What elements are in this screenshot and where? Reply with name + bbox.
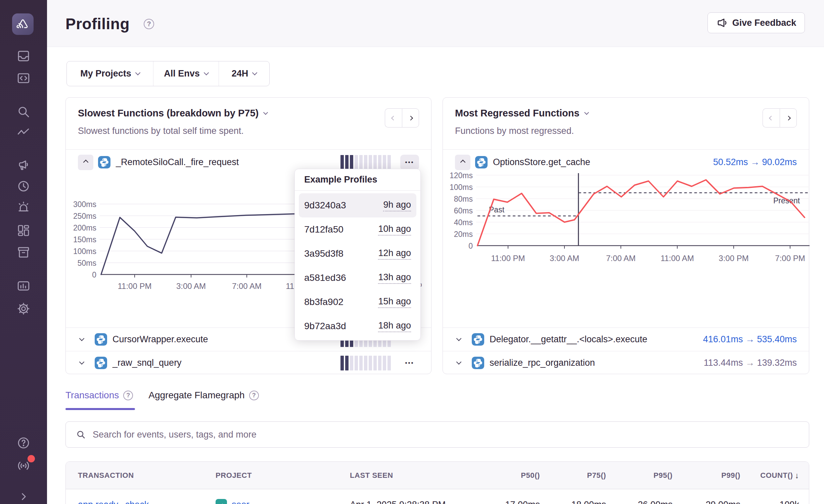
p50-cell: 17.00ms <box>474 500 540 504</box>
help-icon[interactable] <box>16 436 31 450</box>
issues-icon[interactable] <box>16 49 31 63</box>
profile-item[interactable]: 9b72aa3d18h ago <box>299 314 416 338</box>
sort-desc-icon: ↓ <box>795 471 799 480</box>
profiling-help-icon[interactable]: ? <box>144 19 154 29</box>
user-feedback-icon[interactable] <box>16 158 31 172</box>
date-range-filter[interactable]: 24H <box>219 61 269 86</box>
tab-transactions[interactable]: Transactions? <box>65 390 133 401</box>
dropdown-title: Example Profiles <box>295 169 420 191</box>
p95-cell: 26.00ms <box>606 500 673 504</box>
python-icon <box>95 357 107 369</box>
svg-text:7:00 AM: 7:00 AM <box>232 282 262 291</box>
chevron-left-icon <box>391 115 396 120</box>
environment-filter[interactable]: All Envs <box>153 61 219 86</box>
svg-text:3:00 AM: 3:00 AM <box>176 282 206 291</box>
explore-icon[interactable] <box>16 71 31 85</box>
search-bar[interactable]: Search for events, users, tags, and more <box>65 421 809 448</box>
svg-text:300ms: 300ms <box>73 200 96 209</box>
give-feedback-button[interactable]: Give Feedback <box>707 12 805 33</box>
collapse-row-button[interactable] <box>455 155 470 170</box>
expand-row-button[interactable] <box>455 338 470 341</box>
settings-icon[interactable] <box>16 302 31 316</box>
search-placeholder: Search for events, users, tags, and more <box>93 430 257 440</box>
project-filter[interactable]: My Projects <box>67 61 153 86</box>
regression-values[interactable]: 416.01ms → 535.40ms <box>703 334 797 345</box>
table-header: TRANSACTION PROJECT LAST SEEN P50() P75(… <box>66 462 809 489</box>
svg-text:100ms: 100ms <box>450 183 473 192</box>
help-icon[interactable]: ? <box>249 391 259 400</box>
p75-cell: 18.00ms <box>540 500 606 504</box>
search-icon[interactable] <box>16 105 31 119</box>
transaction-link[interactable]: app.ready._check <box>78 500 216 504</box>
col-transaction[interactable]: TRANSACTION <box>78 471 216 480</box>
sentry-logo[interactable] <box>12 13 34 35</box>
prev-page-button[interactable] <box>385 108 402 128</box>
tab-aggregate-flamegraph[interactable]: Aggregate Flamegraph? <box>148 390 259 401</box>
svg-text:11:00 AM: 11:00 AM <box>660 254 694 263</box>
collapse-row-button[interactable] <box>78 155 93 170</box>
page-title: Profiling <box>65 15 130 33</box>
prev-page-button[interactable] <box>763 108 780 128</box>
svg-text:40ms: 40ms <box>454 218 473 227</box>
traces-icon[interactable] <box>16 125 31 140</box>
svg-text:Present: Present <box>773 196 800 205</box>
profile-item[interactable]: 7d12fa5010h ago <box>299 217 416 242</box>
most-regressed-title[interactable]: Most Regressed Functions <box>455 108 588 119</box>
stats-icon[interactable] <box>16 279 31 293</box>
col-p95[interactable]: P95() <box>606 471 673 480</box>
chevron-up-icon <box>83 160 88 165</box>
profile-item[interactable]: a581ed3613h ago <box>299 266 416 290</box>
dashboards-icon[interactable] <box>16 223 31 238</box>
expand-row-button[interactable] <box>78 338 93 341</box>
alerts-icon[interactable] <box>16 200 31 214</box>
next-page-button[interactable] <box>780 108 797 128</box>
panel-header: Most Regressed Functions Functions by mo… <box>443 98 809 150</box>
svg-text:3:00 PM: 3:00 PM <box>719 254 748 263</box>
col-last-seen[interactable]: LAST SEEN <box>350 471 474 480</box>
expand-row-button[interactable] <box>455 361 470 365</box>
panel-header: Slowest Functions (breakdown by P75) Slo… <box>66 98 431 150</box>
help-icon[interactable]: ? <box>123 391 133 400</box>
profiling-page: Profiling ? Give Feedback My Projects Al… <box>0 0 824 504</box>
col-p50[interactable]: P50() <box>474 471 540 480</box>
col-p75[interactable]: P75() <box>540 471 606 480</box>
regression-values[interactable]: 113.44ms → 139.32ms <box>704 358 797 368</box>
sparkline-bars <box>340 356 391 370</box>
chevron-left-icon <box>769 115 774 120</box>
releases-icon[interactable] <box>16 245 31 259</box>
svg-text:200ms: 200ms <box>73 223 96 232</box>
col-project[interactable]: PROJECT <box>216 471 350 480</box>
project-cell[interactable]: seer <box>216 499 350 504</box>
slowest-functions-title[interactable]: Slowest Functions (breakdown by P75) <box>78 108 267 119</box>
svg-text:150ms: 150ms <box>73 235 96 244</box>
svg-text:250ms: 250ms <box>73 212 96 220</box>
regression-values[interactable]: 50.52ms → 90.02ms <box>713 157 797 167</box>
col-count[interactable]: COUNT()↓ <box>740 471 799 480</box>
sidebar-expand-icon[interactable] <box>16 490 31 504</box>
svg-text:7:00 AM: 7:00 AM <box>606 254 636 263</box>
python-icon <box>475 156 488 168</box>
active-tab-indicator <box>65 408 135 410</box>
last-seen-cell: Apr 1, 2025 9:28:38 PM <box>350 500 474 504</box>
page-filter-bar: My Projects All Envs 24H <box>66 61 270 86</box>
most-regressed-subtitle: Functions by most regressed. <box>455 126 574 136</box>
regression-chart: 020ms40ms60ms80ms100ms120ms11:00 PM3:00 … <box>447 170 811 291</box>
profile-item[interactable]: 3a95d3f812h ago <box>299 242 416 266</box>
col-p99[interactable]: P99() <box>673 471 740 480</box>
svg-text:120ms: 120ms <box>450 171 473 180</box>
table-row[interactable]: app.ready._check seer Apr 1, 2025 9:28:3… <box>66 489 809 504</box>
expand-row-button[interactable] <box>78 361 93 365</box>
example-profiles-dropdown: Example Profiles 9d3240a39h ago 7d12fa50… <box>294 169 421 341</box>
chevron-up-icon <box>460 160 465 165</box>
notification-dot <box>28 455 35 462</box>
row-actions-button[interactable]: ••• <box>400 155 419 170</box>
python-icon <box>472 357 484 369</box>
svg-text:60ms: 60ms <box>454 206 473 215</box>
replays-icon[interactable] <box>16 179 31 193</box>
svg-text:11:00 PM: 11:00 PM <box>118 282 152 291</box>
row-actions-button[interactable]: ••• <box>400 355 419 371</box>
view-tabs: Transactions? Aggregate Flamegraph? <box>65 390 259 401</box>
next-page-button[interactable] <box>402 108 419 128</box>
profile-item[interactable]: 8b3fa90215h ago <box>299 290 416 314</box>
profile-item[interactable]: 9d3240a39h ago <box>299 193 416 217</box>
